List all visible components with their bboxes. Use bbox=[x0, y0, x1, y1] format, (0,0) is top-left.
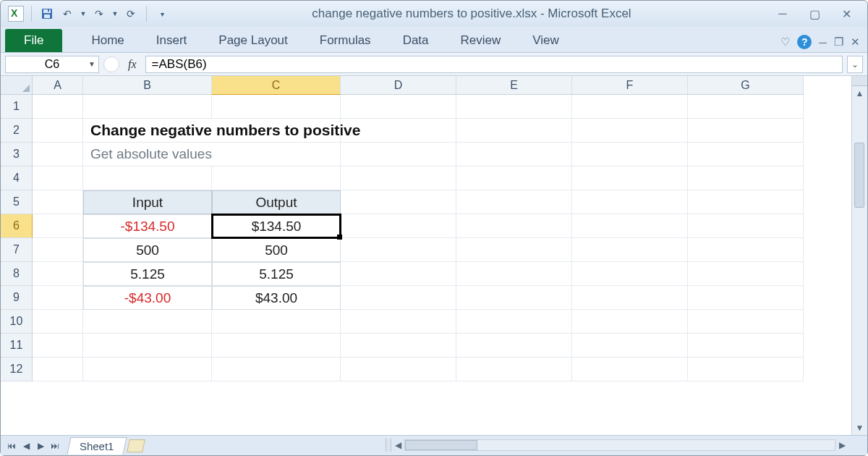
scroll-left-icon[interactable]: ◀ bbox=[391, 440, 404, 450]
cell-F3[interactable] bbox=[572, 143, 688, 166]
cell-D8[interactable] bbox=[341, 262, 456, 286]
col-header-B[interactable]: B bbox=[83, 76, 212, 95]
cell-G3[interactable] bbox=[688, 143, 804, 166]
cell-A2[interactable] bbox=[33, 119, 83, 143]
cell-A4[interactable] bbox=[33, 166, 83, 190]
cell-C8[interactable]: 5.125 bbox=[212, 262, 341, 286]
cell-G6[interactable] bbox=[688, 214, 804, 238]
sheet-next-icon[interactable]: ▶ bbox=[34, 441, 47, 451]
cell-D6[interactable] bbox=[341, 214, 456, 238]
cell-C1[interactable] bbox=[212, 95, 341, 119]
redo-dropdown-icon[interactable]: ▼ bbox=[111, 6, 119, 22]
row-header-1[interactable]: 1 bbox=[1, 95, 33, 119]
cell-G12[interactable] bbox=[688, 358, 804, 381]
sheet-last-icon[interactable]: ⏭ bbox=[48, 441, 61, 451]
cell-C4[interactable] bbox=[212, 166, 341, 190]
cell-E4[interactable] bbox=[456, 166, 572, 190]
scroll-down-icon[interactable]: ▼ bbox=[852, 421, 867, 435]
cell-F11[interactable] bbox=[572, 334, 688, 358]
cell-G1[interactable] bbox=[688, 95, 804, 119]
tab-formulas[interactable]: Formulas bbox=[304, 29, 387, 52]
file-tab[interactable]: File bbox=[5, 29, 62, 52]
cell-D12[interactable] bbox=[341, 358, 456, 381]
cancel-formula-icon[interactable] bbox=[103, 56, 119, 72]
cell-F10[interactable] bbox=[572, 310, 688, 334]
cell-D5[interactable] bbox=[341, 190, 456, 214]
scroll-track[interactable] bbox=[852, 101, 867, 421]
row-header-5[interactable]: 5 bbox=[1, 190, 33, 214]
scroll-up-icon[interactable]: ▲ bbox=[852, 86, 867, 101]
cell-F4[interactable] bbox=[572, 166, 688, 190]
cell-F1[interactable] bbox=[572, 95, 688, 119]
cell-E5[interactable] bbox=[456, 190, 572, 214]
cell-A1[interactable] bbox=[33, 95, 83, 119]
cell-E8[interactable] bbox=[456, 262, 572, 286]
cell-F6[interactable] bbox=[572, 214, 688, 238]
cell-C11[interactable] bbox=[212, 334, 341, 358]
cell-B10[interactable] bbox=[83, 310, 212, 334]
cell-E12[interactable] bbox=[456, 358, 572, 381]
workbook-restore-icon[interactable]: ❐ bbox=[834, 35, 843, 48]
cell-B6[interactable]: -$134.50 bbox=[83, 214, 212, 238]
cell-D7[interactable] bbox=[341, 238, 456, 262]
hscroll-thumb[interactable] bbox=[405, 440, 477, 450]
col-header-E[interactable]: E bbox=[456, 76, 572, 95]
cell-F9[interactable] bbox=[572, 286, 688, 310]
undo-icon[interactable]: ↶ bbox=[59, 6, 75, 22]
tab-page-layout[interactable]: Page Layout bbox=[203, 29, 303, 52]
name-box-dropdown-icon[interactable]: ▼ bbox=[88, 60, 95, 68]
excel-logo-icon[interactable] bbox=[8, 6, 24, 22]
row-header-12[interactable]: 12 bbox=[1, 358, 33, 381]
new-sheet-icon[interactable] bbox=[127, 439, 145, 452]
row-header-4[interactable]: 4 bbox=[1, 166, 33, 190]
row-header-11[interactable]: 11 bbox=[1, 334, 33, 358]
formula-input[interactable]: =ABS(B6) bbox=[145, 56, 843, 73]
cell-C7[interactable]: 500 bbox=[212, 238, 341, 262]
cell-C6[interactable]: $134.50 bbox=[212, 214, 341, 238]
split-handle-icon[interactable] bbox=[852, 76, 867, 86]
row-header-3[interactable]: 3 bbox=[1, 143, 33, 166]
hscroll-track[interactable] bbox=[404, 439, 835, 451]
help-icon[interactable]: ? bbox=[797, 35, 812, 49]
hsplit-handle-icon[interactable] bbox=[386, 439, 391, 452]
cell-F8[interactable] bbox=[572, 262, 688, 286]
cell-D10[interactable] bbox=[341, 310, 456, 334]
redo-icon[interactable]: ↷ bbox=[91, 6, 107, 22]
cell-F5[interactable] bbox=[572, 190, 688, 214]
cell-G8[interactable] bbox=[688, 262, 804, 286]
row-header-10[interactable]: 10 bbox=[1, 310, 33, 334]
row-header-2[interactable]: 2 bbox=[1, 119, 33, 143]
ribbon-minimize-icon[interactable]: ♡ bbox=[780, 35, 790, 48]
cell-G4[interactable] bbox=[688, 166, 804, 190]
tab-home[interactable]: Home bbox=[75, 29, 140, 52]
sheet-tab-sheet1[interactable]: Sheet1 bbox=[67, 437, 127, 455]
cell-D3[interactable] bbox=[341, 143, 456, 166]
name-box[interactable]: C6 ▼ bbox=[5, 56, 99, 73]
worksheet-grid[interactable]: A B C D E F G 1 bbox=[1, 76, 851, 435]
tab-insert[interactable]: Insert bbox=[140, 29, 203, 52]
sheet-first-icon[interactable]: ⏮ bbox=[5, 441, 18, 451]
cell-D11[interactable] bbox=[341, 334, 456, 358]
maximize-icon[interactable]: ▢ bbox=[805, 7, 824, 20]
cell-C12[interactable] bbox=[212, 358, 341, 381]
cell-A11[interactable] bbox=[33, 334, 83, 358]
cell-D2[interactable] bbox=[341, 119, 456, 143]
cell-E6[interactable] bbox=[456, 214, 572, 238]
cell-F2[interactable] bbox=[572, 119, 688, 143]
repeat-icon[interactable]: ⟳ bbox=[123, 6, 139, 22]
cell-B2[interactable]: Change negative numbers to positive bbox=[83, 119, 212, 143]
cell-E1[interactable] bbox=[456, 95, 572, 119]
cell-G10[interactable] bbox=[688, 310, 804, 334]
cell-C2[interactable] bbox=[212, 119, 341, 143]
cell-B1[interactable] bbox=[83, 95, 212, 119]
workbook-close-icon[interactable]: ✕ bbox=[851, 35, 860, 48]
cell-A12[interactable] bbox=[33, 358, 83, 381]
cell-A3[interactable] bbox=[33, 143, 83, 166]
cell-D1[interactable] bbox=[341, 95, 456, 119]
fx-icon[interactable]: fx bbox=[124, 58, 141, 71]
cell-A6[interactable] bbox=[33, 214, 83, 238]
cell-B5[interactable]: Input bbox=[83, 190, 212, 214]
scroll-right-icon[interactable]: ▶ bbox=[835, 440, 848, 450]
cell-G2[interactable] bbox=[688, 119, 804, 143]
row-header-7[interactable]: 7 bbox=[1, 238, 33, 262]
